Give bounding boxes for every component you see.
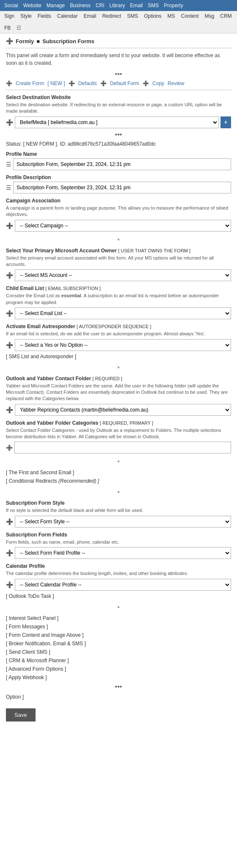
breadcrumb-part1[interactable]: Formly xyxy=(16,38,34,44)
profile-name-input[interactable] xyxy=(13,158,231,170)
extra-link-2[interactable]: [ Form Content and Image Above ] xyxy=(6,632,231,638)
autoresponder-label: Activate Email Autresponder [ AUTORESPON… xyxy=(6,323,231,329)
campaign-desc: A campaign is a parent form or landing p… xyxy=(6,205,231,218)
nav-property[interactable]: Property xyxy=(164,3,183,8)
form-fields-select[interactable]: -- Select Form Field Profile -- xyxy=(15,547,231,559)
subnav-sms[interactable]: SMS xyxy=(127,13,138,19)
subnav-fields[interactable]: Fields xyxy=(38,13,51,19)
subnav-msg[interactable]: Msg xyxy=(205,13,215,19)
destination-plus-icon: ➕ xyxy=(6,119,13,126)
subnav-grid[interactable]: ☷ xyxy=(17,25,21,31)
profile-desc-input[interactable] xyxy=(13,182,231,194)
outlook-todo-link[interactable]: [ Outlook ToDo Task ] xyxy=(6,593,231,599)
extra-link-1[interactable]: [ Form Messages ] xyxy=(6,624,231,630)
form-fields-label: Subscription Form Fields xyxy=(6,532,231,538)
subnav-sign[interactable]: Sign xyxy=(4,13,14,19)
subnav-options[interactable]: Options xyxy=(144,13,161,19)
default-form-button[interactable]: Default Form xyxy=(110,80,139,86)
first-second-email-link[interactable]: [ The First and Second Email ] xyxy=(6,470,231,475)
save-button[interactable]: Save xyxy=(6,708,36,721)
nav-website[interactable]: Website xyxy=(23,3,41,8)
calendar-profile-select[interactable]: -- Select Calendar Profile -- xyxy=(15,579,231,591)
breadcrumb-part2[interactable]: Subscription Forms xyxy=(42,38,94,44)
subnav-content[interactable]: Content xyxy=(181,13,199,19)
contact-folder-plus-icon: ➕ xyxy=(6,406,13,413)
nav-social[interactable]: Social xyxy=(4,3,18,8)
copy-plus-icon: ➕ xyxy=(143,80,149,86)
email-list-select-row: ➕ -- Select Email List -- xyxy=(6,307,231,319)
dots-1: ••• xyxy=(6,70,231,78)
copy-button[interactable]: Copy xyxy=(152,80,164,86)
subnav-calendar[interactable]: Calendar xyxy=(57,13,78,19)
intro-text: This panel will create a form and immedi… xyxy=(6,52,231,67)
folder-categories-input[interactable] xyxy=(14,442,231,453)
calendar-profile-label: Calendar Profile xyxy=(6,563,231,569)
folder-categories-tag: [ REQUIRED, PRIMARY ] xyxy=(100,420,153,426)
new-button[interactable]: [ NEW ] xyxy=(47,80,65,86)
nav-library[interactable]: Library xyxy=(110,3,125,8)
email-list-select[interactable]: -- Select Email List -- xyxy=(15,307,231,319)
nav-manage[interactable]: Manage xyxy=(47,3,65,8)
sub-nav[interactable]: Sign Style Fields Calendar Email Redirec… xyxy=(0,11,237,33)
subnav-email[interactable]: Email xyxy=(83,13,96,19)
ms-account-label: Select Your Primary Microsoft Account Ow… xyxy=(6,248,231,254)
subnav-crm[interactable]: CRM xyxy=(220,13,231,19)
extra-link-4[interactable]: [ Send Client SMS ] xyxy=(6,649,231,655)
extra-link-3[interactable]: [ Broker Notification, Email & SMS ] xyxy=(6,641,231,647)
contact-folder-label: Outlook and Yabber Contact Folder [ REQU… xyxy=(6,376,231,381)
form-style-label: Subscription Form Style xyxy=(6,500,231,506)
conditional-redirects-link[interactable]: [ Conditional Redirects (Recommended) ] xyxy=(6,478,231,484)
email-list-label: Child Email List [ EMAIL SUBSCRIPTION ] xyxy=(6,285,231,291)
campaign-label: Campaign Association xyxy=(6,198,231,204)
extra-link-7[interactable]: [ Apply Webhook ] xyxy=(6,674,231,680)
calendar-profile-select-row: ➕ -- Select Calendar Profile -- xyxy=(6,579,231,591)
destination-add-button[interactable]: + xyxy=(220,116,231,128)
conditional-redirects-tag: (Recommended) ] xyxy=(58,478,99,484)
nav-cri[interactable]: CRI xyxy=(96,3,105,8)
autoresponder-select[interactable]: -- Select a Yes or No Option -- xyxy=(15,339,231,351)
subnav-style[interactable]: Style xyxy=(20,13,32,19)
destination-select-row: ➕ BeliefMedia [ beliefmedia.com.au ] + xyxy=(6,116,231,128)
form-style-desc: If no style is selected the default blac… xyxy=(6,507,231,514)
campaign-select[interactable]: -- Select Campaign -- xyxy=(15,220,231,232)
form-style-select[interactable]: -- Select Form Style -- xyxy=(15,516,231,528)
form-style-select-row: ➕ -- Select Form Style -- xyxy=(6,516,231,528)
subnav-ms[interactable]: MS xyxy=(168,13,175,19)
dots-2: ••• xyxy=(6,131,231,138)
extra-link-6[interactable]: [ Advanced Form Options ] xyxy=(6,666,231,672)
nav-business[interactable]: Business xyxy=(70,3,91,8)
form-fields-select-row: ➕ -- Select Form Field Profile -- xyxy=(6,547,231,559)
create-form-plus-icon: ➕ xyxy=(6,80,12,86)
dots-3: ••• xyxy=(6,683,231,691)
dot-divider-5: • xyxy=(6,603,231,611)
create-form-button[interactable]: Create Form xyxy=(16,80,44,86)
top-nav[interactable]: Social Website Manage Business CRI Libra… xyxy=(0,0,237,11)
main-content: ➕ Formly ■ Subscription Forms This panel… xyxy=(0,33,237,730)
form-fields-desc: Form fields, such as name, email, phone,… xyxy=(6,539,231,545)
destination-select[interactable]: BeliefMedia [ beliefmedia.com.au ] xyxy=(15,116,219,128)
extra-link-5[interactable]: [ CRM & Microsoft Planner ] xyxy=(6,658,231,663)
contact-folder-tag: [ REQUIRED ] xyxy=(92,376,122,381)
profile-name-row: ☰ xyxy=(6,158,231,170)
ms-account-select[interactable]: -- Select MS Account -- xyxy=(15,269,231,281)
divider-2 xyxy=(6,90,231,90)
subnav-redirect[interactable]: Redirect xyxy=(102,13,121,19)
profile-desc-row: ☰ xyxy=(6,182,231,194)
campaign-select-row: ➕ -- Select Campaign -- xyxy=(6,220,231,232)
toolbar: ➕ Create Form [ NEW ] ➕ Defaults ➕ Defau… xyxy=(6,80,231,86)
option-label[interactable]: Option ] xyxy=(6,694,231,700)
defaults-button[interactable]: Defaults xyxy=(78,80,97,86)
nav-email[interactable]: Email xyxy=(130,3,143,8)
extra-link-0[interactable]: [ Interest Select Panel ] xyxy=(6,615,231,621)
contact-folder-select[interactable]: Yabber Repricing Contacts (martin@belief… xyxy=(15,404,231,416)
review-button[interactable]: Review xyxy=(168,80,184,86)
nav-sms[interactable]: SMS xyxy=(148,3,159,8)
destination-desc: Select the destination website. If redir… xyxy=(6,102,231,115)
email-list-plus-icon: ➕ xyxy=(6,310,13,317)
profile-name-lines-icon: ☰ xyxy=(6,161,11,168)
calendar-profile-desc: The calendar profile determines the book… xyxy=(6,570,231,577)
sms-link[interactable]: [ SMS List and Autoresponder ] xyxy=(6,354,231,359)
email-list-desc: Consider the Email List as essential. A … xyxy=(6,293,231,306)
breadcrumb: ➕ Formly ■ Subscription Forms xyxy=(6,38,231,44)
subnav-fb[interactable]: FB xyxy=(4,25,11,31)
